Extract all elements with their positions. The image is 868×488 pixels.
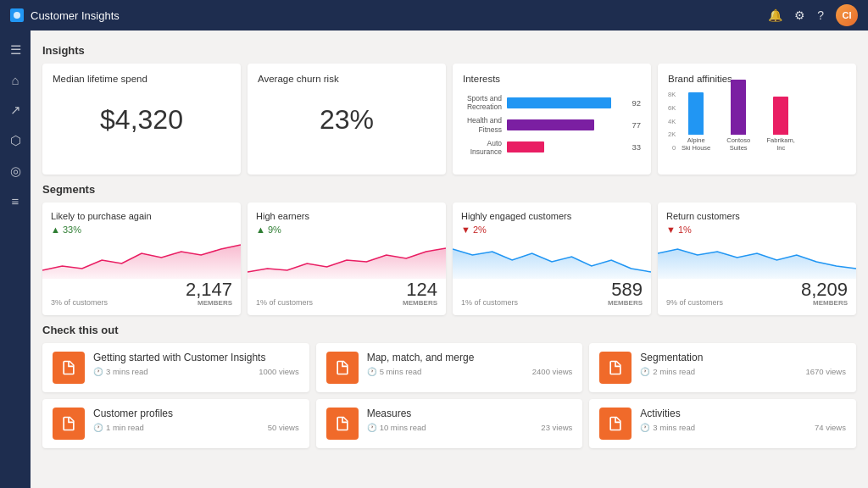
check-title-3: Customer profiles [93,408,299,419]
segment-card-0[interactable]: Likely to purchase again ▲ 33% [42,202,241,315]
median-lifetime-spend-card: Median lifetime spend $4,320 [42,64,241,175]
sidebar: ☰ ⌂ ↗ ⬡ ◎ ≡ [0,30,31,488]
segment-change-2: ▼ 2% [461,225,643,235]
brand-affinities-card: Brand affinities 8K 6K 4K 2K 0 AlpineSki… [658,64,856,175]
sparkline-1 [248,236,446,279]
segment-members-0: 2,147 members [186,280,232,307]
bell-icon[interactable]: 🔔 [768,8,782,22]
check-card-5[interactable]: Activities 🕐 3 mins read 74 views [589,399,856,448]
app-logo: Customer Insights [10,8,120,22]
interests-card: Interests Sports andRecreation 92 Health… [453,64,651,175]
alpine-bar [688,92,704,135]
interest-val-0: 92 [626,98,641,108]
segment-pct-0: 3% of customers [51,298,108,307]
interest-row-2: AutoInsurance 33 [463,139,641,156]
check-read-time-1: 🕐 5 mins read [367,367,422,376]
check-content-0: Getting started with Customer Insights 🕐… [93,352,299,376]
y-label-8k: 8K [668,91,676,98]
interest-row-0: Sports andRecreation 92 [463,94,641,111]
sidebar-item-more[interactable]: ≡ [3,189,28,214]
check-card-0[interactable]: Getting started with Customer Insights 🕐… [42,343,309,392]
avg-churn-risk-value: 23% [258,91,436,144]
check-title-1: Map, match, and merge [367,352,573,363]
topnav-icons: 🔔 ⚙ ? CI [768,4,858,26]
check-card-3[interactable]: Customer profiles 🕐 1 min read 50 views [42,399,309,448]
check-views-0: 1000 views [259,367,299,376]
sparkline-3 [658,236,856,279]
segment-members-label-0: members [186,299,232,307]
sidebar-item-measures[interactable]: ◎ [3,158,28,184]
segment-card-2[interactable]: Highly engaged customers ▼ 2% [453,202,651,315]
segment-count-2: 589 [608,280,643,299]
document-icon-3 [60,415,77,432]
interest-bar-1 [507,119,594,130]
settings-icon[interactable]: ⚙ [794,8,805,22]
check-card-2[interactable]: Segmentation 🕐 2 mins read 1670 views [589,343,856,392]
segment-title-0: Likely to purchase again [51,211,232,221]
segment-title-2: Highly engaged customers [461,211,643,221]
help-icon[interactable]: ? [817,8,824,22]
check-read-time-5: 🕐 3 mins read [640,423,695,432]
document-icon-4 [334,415,351,432]
check-meta-3: 🕐 1 min read 50 views [93,423,299,432]
sidebar-item-menu[interactable]: ☰ [3,37,28,63]
segment-members-label-1: members [403,299,437,307]
segment-count-0: 2,147 [186,280,232,299]
interest-row-1: Health andFitness 77 [463,116,641,133]
check-this-out-label: Check this out [42,324,856,336]
segment-footer-2: 1% of customers 589 members [461,280,643,307]
check-content-4: Measures 🕐 10 mins read 23 views [367,408,573,432]
segment-members-label-3: members [801,299,848,307]
brand-alpine: AlpineSki House [679,92,713,152]
interest-label-0: Sports andRecreation [463,94,502,111]
y-label-4k: 4K [668,118,676,125]
check-views-2: 1670 views [805,367,846,376]
check-content-5: Activities 🕐 3 mins read 74 views [640,408,846,432]
interest-val-2: 33 [626,142,641,152]
segment-card-1[interactable]: High earners ▲ 9% [248,202,446,315]
document-icon-5 [607,415,624,432]
contoso-bar [731,80,746,135]
check-views-3: 50 views [268,423,299,432]
check-read-time-0: 🕐 3 mins read [93,367,148,376]
check-read-time-4: 🕐 10 mins read [367,423,426,432]
y-label-6k: 6K [668,104,676,112]
segment-change-3: ▼ 1% [666,225,848,235]
fabrikam-label: Fabrikam, Inc [764,136,798,152]
sidebar-item-segments[interactable]: ⬡ [3,128,28,153]
check-content-3: Customer profiles 🕐 1 min read 50 views [93,408,299,432]
check-card-4[interactable]: Measures 🕐 10 mins read 23 views [316,399,583,448]
document-icon-1 [334,359,351,376]
check-card-1[interactable]: Map, match, and merge 🕐 5 mins read 2400… [316,343,583,392]
app-title: Customer Insights [31,9,120,22]
segment-footer-0: 3% of customers 2,147 members [51,280,232,307]
check-title-4: Measures [367,408,573,419]
interests-bars: Sports andRecreation 92 Health andFitnes… [463,91,641,164]
segment-count-3: 8,209 [801,280,848,299]
contoso-label: ContosoSuites [721,136,755,152]
svg-point-1 [14,12,20,19]
segment-card-3[interactable]: Return customers ▼ 1% [658,202,856,315]
sidebar-item-home[interactable]: ⌂ [3,68,28,92]
avatar[interactable]: CI [836,4,858,26]
avg-churn-risk-card: Average churn risk 23% [248,64,446,175]
check-meta-2: 🕐 2 mins read 1670 views [640,367,846,376]
brand-y-axis: 8K 6K 4K 2K 0 [668,91,677,152]
check-icon-2 [599,352,632,384]
check-row: Getting started with Customer Insights 🕐… [42,343,856,448]
brand-fabrikam: Fabrikam, Inc [764,97,798,152]
check-title-5: Activities [640,408,846,419]
check-meta-1: 🕐 5 mins read 2400 views [367,367,573,376]
interest-bar-wrap-0 [507,97,620,108]
interest-label-1: Health andFitness [463,116,502,133]
brand-affinities-title: Brand affinities [668,74,846,84]
median-lifetime-spend-title: Median lifetime spend [53,74,231,84]
insights-section-label: Insights [42,44,856,57]
sidebar-item-activity[interactable]: ↗ [3,97,28,123]
segments-section-label: Segments [42,183,856,196]
check-icon-5 [599,408,632,440]
avg-churn-risk-title: Average churn risk [258,74,436,84]
segment-change-0: ▲ 33% [51,225,232,235]
check-icon-3 [53,408,85,440]
document-icon-2 [607,359,624,376]
